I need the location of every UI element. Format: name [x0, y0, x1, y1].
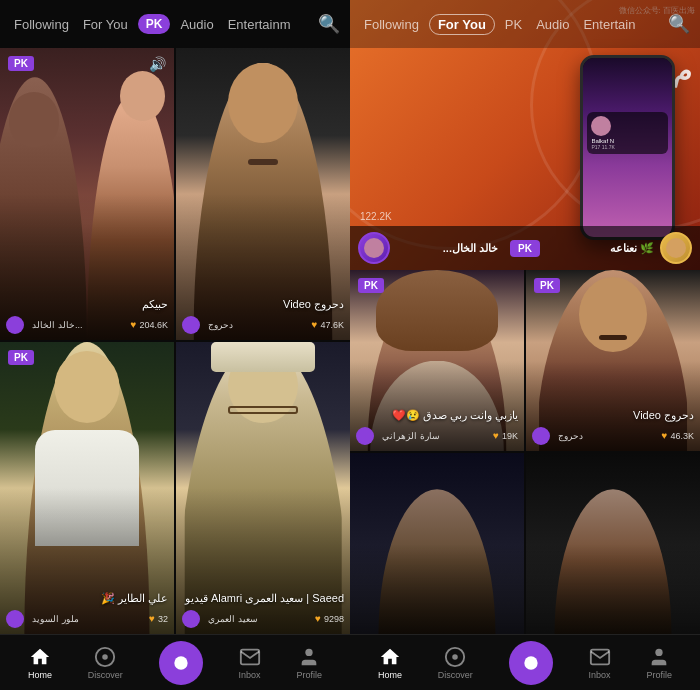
video-cell-3[interactable]: PK علي الطاير 🎉 ملور السويد ♥ 32: [0, 342, 174, 634]
pk-badge-r1: PK: [358, 278, 384, 293]
likes-count-2: 47.6K: [320, 320, 344, 330]
right-cell-avatar-2: [532, 427, 550, 445]
video-bg-1: [0, 48, 174, 340]
heart-icon-4: ♥: [315, 613, 321, 624]
cell-avatar-4: [182, 610, 200, 628]
right-likes-count-2: 46.3K: [670, 431, 694, 441]
home-button-left[interactable]: Home: [28, 646, 52, 680]
inbox-icon-left: [239, 646, 261, 668]
video-bg-2: [176, 48, 350, 340]
right-cell-title-2: دحروج Video: [532, 409, 694, 422]
likes-count-4: 9298: [324, 614, 344, 624]
profile-label-right: Profile: [647, 670, 673, 680]
home-button-right[interactable]: Home: [378, 646, 402, 680]
right-likes-count-1: 19K: [502, 431, 518, 441]
svg-point-7: [656, 648, 663, 655]
record-icon-left: [171, 653, 191, 673]
discover-button-left[interactable]: Discover: [88, 646, 123, 680]
record-icon-right: [521, 653, 541, 673]
right-top-nav: Following For You PK Audio Entertain 🔍: [350, 0, 700, 48]
nav-following-right[interactable]: Following: [360, 15, 423, 34]
video-cell-1[interactable]: PK 🔊 حبيكم خالد الخالد... ♥ 204.6K: [0, 48, 174, 340]
right-cell-user-info-1: سارة الزهراني: [356, 426, 440, 445]
nav-following-left[interactable]: Following: [10, 15, 73, 34]
video-cell-4[interactable]: Saeed | سعيد العمرى Alamri قيديو سعيد ال…: [176, 342, 350, 634]
right-cell-info-2: دحروج Video دحروج ♥ 46.3K: [532, 409, 694, 445]
nav-audio-left[interactable]: Audio: [176, 15, 217, 34]
nav-pk-left[interactable]: PK: [138, 14, 171, 34]
record-button-left[interactable]: [159, 641, 203, 685]
nav-pk-right[interactable]: PK: [501, 15, 526, 34]
video-bg-4: [176, 342, 350, 634]
likes-count-3: 32: [158, 614, 168, 624]
cell-likes-4: ♥ 9298: [315, 613, 344, 624]
cell-username-4: سعيد العمري: [208, 614, 258, 624]
battle-avatar-right: [660, 232, 692, 264]
banner-stats: 122.2K: [360, 211, 392, 222]
right-cell-username-2: دحروج: [558, 431, 583, 441]
search-icon-left[interactable]: 🔍: [318, 13, 340, 35]
home-label-left: Home: [28, 670, 52, 680]
discover-button-right[interactable]: Discover: [438, 646, 473, 680]
discover-label-left: Discover: [88, 670, 123, 680]
cell-likes-3: ♥ 32: [149, 613, 168, 624]
discover-icon-left: [94, 646, 116, 668]
nav-foryou-left[interactable]: For You: [79, 15, 132, 34]
cell-username-2: دحروج: [208, 320, 233, 330]
right-video-cell-2[interactable]: PK دحروج Video دحروج ♥ 46.3K: [526, 270, 700, 451]
right-video-cell-1[interactable]: PK يازبي وانت ربي صدق 😢❤️ سارة الزهراني …: [350, 270, 524, 451]
pk-badge-r2: PK: [534, 278, 560, 293]
right-cell-avatar-1: [356, 427, 374, 445]
right-cell-info-1: يازبي وانت ربي صدق 😢❤️ سارة الزهراني ♥ 1…: [356, 409, 518, 445]
search-icon-right[interactable]: 🔍: [668, 13, 690, 35]
left-video-grid: PK 🔊 حبيكم خالد الخالد... ♥ 204.6K: [0, 48, 350, 634]
right-bottom-nav: Home Discover Inbox Profile: [350, 634, 700, 690]
right-cell-title-1: يازبي وانت ربي صدق 😢❤️: [356, 409, 518, 422]
battle-username-right: نعناعه 🌿: [552, 242, 654, 255]
record-button-right[interactable]: [509, 641, 553, 685]
cell-title-1: حبيكم: [6, 298, 168, 311]
home-icon-left: [29, 646, 51, 668]
battle-username-left: خالد الخال...: [396, 242, 498, 255]
home-icon-right: [379, 646, 401, 668]
right-cell-user-row-1: سارة الزهراني ♥ 19K: [356, 426, 518, 445]
right-panel: 微信公众号: 百医出海 Following For You PK Audio E…: [350, 0, 700, 690]
right-cell-likes-1: ♥ 19K: [493, 430, 518, 441]
inbox-button-left[interactable]: Inbox: [239, 646, 261, 680]
svg-point-5: [453, 654, 459, 660]
cell-likes-2: ♥ 47.6K: [312, 319, 344, 330]
cell-user-row-3: ملور السويد ♥ 32: [6, 609, 168, 628]
inbox-button-right[interactable]: Inbox: [589, 646, 611, 680]
heart-icon-1: ♥: [131, 319, 137, 330]
phone-mockup: Balkaf N P17 11.7K: [580, 55, 675, 240]
cell-info-3: علي الطاير 🎉 ملور السويد ♥ 32: [6, 592, 168, 628]
right-heart-icon-1: ♥: [493, 430, 499, 441]
likes-count-1: 204.6K: [139, 320, 168, 330]
cell-title-3: علي الطاير 🎉: [6, 592, 168, 605]
profile-button-right[interactable]: Profile: [647, 646, 673, 680]
cell-avatar-2: [182, 316, 200, 334]
heart-icon-2: ♥: [312, 319, 318, 330]
cell-user-info-3: ملور السويد: [6, 609, 79, 628]
discover-icon-right: [444, 646, 466, 668]
nav-entertainment-left[interactable]: Entertainm: [224, 15, 295, 34]
profile-button-left[interactable]: Profile: [297, 646, 323, 680]
right-video-bg-4: [526, 453, 700, 634]
profile-icon-left: [298, 646, 320, 668]
video-cell-2[interactable]: دحروج Video دحروج ♥ 47.6K: [176, 48, 350, 340]
right-video-grid: PK يازبي وانت ربي صدق 😢❤️ سارة الزهراني …: [350, 270, 700, 634]
battle-pk-badge: PK: [510, 240, 540, 257]
right-cell-username-1: سارة الزهراني: [382, 431, 440, 441]
nav-entertainment-right[interactable]: Entertain: [579, 15, 639, 34]
cell-user-row-2: دحروج ♥ 47.6K: [182, 315, 344, 334]
pk-battle-bar: خالد الخال... PK نعناعه 🌿: [350, 226, 700, 270]
right-video-cell-4[interactable]: [526, 453, 700, 634]
svg-point-1: [103, 654, 109, 660]
profile-label-left: Profile: [297, 670, 323, 680]
pk-badge-3: PK: [8, 350, 34, 365]
nav-audio-right[interactable]: Audio: [532, 15, 573, 34]
right-video-bg-3: [350, 453, 524, 634]
nav-foryou-right[interactable]: For You: [429, 14, 495, 35]
cell-user-row-4: سعيد العمري ♥ 9298: [182, 609, 344, 628]
right-video-cell-3[interactable]: [350, 453, 524, 634]
